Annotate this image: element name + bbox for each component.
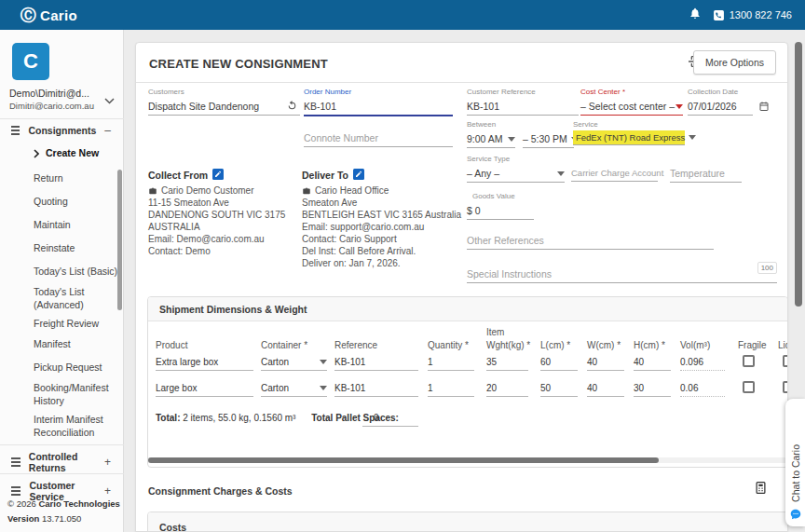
service-type-field[interactable]: Service Type – Any – — [467, 155, 565, 183]
cario-brand: Ⓒ Cario — [20, 5, 77, 26]
carrier-charge-account-input[interactable]: Carrier Charge Account — [571, 168, 658, 178]
more-options-button[interactable]: More Options — [693, 50, 776, 75]
user-menu-chevron-down-icon[interactable] — [104, 91, 115, 108]
table-horizontal-scrollbar[interactable] — [148, 457, 787, 463]
collection-date-field[interactable]: Collection Date 07/01/2026 — [688, 88, 753, 116]
width-input[interactable]: 40 — [587, 357, 624, 371]
order-number-input[interactable]: KB-101 — [304, 101, 453, 112]
special-instructions-field[interactable]: Special Instructions 100 — [467, 266, 777, 283]
collect-from-line: DANDENONG SOUTH VIC 3175 — [148, 209, 299, 221]
sidebar-item-todays-list-advanced[interactable]: Today's List (Advanced) — [34, 286, 119, 311]
quantity-input[interactable]: 1 — [428, 357, 474, 371]
reference-input[interactable]: KB-101 — [334, 383, 418, 397]
connote-number-field[interactable]: Connote Number — [304, 123, 453, 147]
page-scrollbar[interactable] — [795, 42, 802, 307]
fragile-checkbox[interactable] — [743, 355, 755, 367]
chat-tab[interactable]: Chat to Cario — [785, 399, 805, 526]
customers-input[interactable]: Dispatch Site Dandenong — [148, 101, 300, 112]
sidebar-item-quoting[interactable]: Quoting — [34, 196, 119, 209]
dropdown-arrow-icon — [675, 104, 683, 109]
undo-icon[interactable] — [286, 99, 298, 116]
collect-from-name: Cario Demo Customer — [161, 184, 253, 197]
sidebar-item-freight-review[interactable]: Freight Review — [34, 318, 119, 331]
connote-number-input[interactable]: Connote Number — [304, 132, 453, 143]
sidebar-item-manifest[interactable]: Manifest — [34, 338, 119, 351]
service-select[interactable]: FedEx (TNT) Road Express — [573, 130, 685, 145]
version-line: Version 13.71.050 — [7, 513, 81, 524]
edit-collect-from-icon[interactable] — [212, 169, 224, 182]
calculator-icon[interactable] — [754, 481, 768, 498]
pallet-spaces-input[interactable]: 0 — [362, 413, 418, 427]
customers-label: Customers — [148, 88, 300, 98]
liquid-checkbox[interactable] — [783, 355, 788, 367]
expand-icon[interactable]: + — [104, 484, 118, 498]
copyright-line: © 2026 Cario Technologies — [7, 498, 120, 509]
sidebar-item-create-new[interactable]: Create New — [34, 147, 119, 160]
between-from-select[interactable]: 9:00 AM — [467, 130, 515, 148]
sidebar-section-controlled-returns[interactable]: Controlled Returns + — [11, 451, 118, 473]
service-label: Service — [573, 120, 685, 130]
notifications-bell-icon[interactable] — [689, 7, 702, 23]
collapse-icon[interactable]: – — [104, 124, 118, 137]
costs-panel-title: Costs — [159, 522, 186, 532]
width-input[interactable]: 40 — [587, 383, 624, 397]
length-input[interactable]: 60 — [540, 357, 578, 371]
temperature-input[interactable]: Temperature — [670, 168, 742, 179]
support-phone[interactable]: 1300 822 746 — [713, 9, 792, 21]
sidebar-item-interim-manifest-reconciliation[interactable]: Interim Manifest Reconciliation — [34, 414, 119, 439]
cost-center-field[interactable]: Cost Center * – Select cost center – — [580, 88, 683, 116]
container-select[interactable]: Carton — [261, 357, 327, 371]
length-input[interactable]: 50 — [540, 383, 578, 397]
card-header: CREATE NEW CONSIGNMENT More Options — [136, 43, 787, 83]
product-input[interactable]: Large box — [156, 383, 253, 397]
costs-panel-header[interactable]: Costs — [148, 512, 787, 532]
shipment-panel-header[interactable]: Shipment Dimensions & Weight — [148, 297, 787, 321]
cost-center-select[interactable]: – Select cost center – — [580, 101, 683, 112]
quantity-input[interactable]: 1 — [428, 383, 474, 397]
other-references-input[interactable]: Other References — [467, 235, 714, 246]
brand-name: Cario — [40, 7, 77, 23]
sidebar-item-return[interactable]: Return — [34, 172, 119, 185]
calendar-icon[interactable] — [758, 99, 770, 116]
sidebar-item-reinstate[interactable]: Reinstate — [34, 242, 119, 255]
sidebar-item-maintain[interactable]: Maintain — [34, 219, 119, 232]
expand-icon[interactable]: + — [104, 456, 118, 469]
product-input[interactable]: Extra large box — [156, 357, 253, 371]
temperature-field[interactable]: Temperature — [670, 155, 742, 183]
sidebar-scrollbar[interactable] — [117, 170, 122, 310]
edit-deliver-to-icon[interactable] — [353, 169, 364, 182]
special-instructions-input[interactable]: Special Instructions — [467, 268, 777, 280]
cario-sidebar-logo-icon: C — [12, 43, 49, 80]
customers-field[interactable]: Customers Dispatch Site Dandenong — [148, 88, 300, 116]
weight-input[interactable]: 35 — [486, 357, 528, 371]
fragile-checkbox[interactable] — [743, 381, 755, 393]
customer-reference-field[interactable]: Customer Reference KB-101 — [467, 88, 579, 116]
order-number-field[interactable]: Order Number KB-101 — [304, 88, 453, 116]
sidebar-item-todays-list-basic[interactable]: Today's List (Basic) — [34, 266, 119, 279]
height-input[interactable]: 40 — [634, 357, 671, 371]
goods-value-input[interactable]: $ 0 — [467, 205, 534, 216]
reference-input[interactable]: KB-101 — [334, 357, 418, 371]
goods-value-label: Goods Value — [467, 192, 534, 202]
customer-reference-input[interactable]: KB-101 — [467, 101, 579, 112]
volume-value: 0.06 — [680, 383, 725, 397]
deliver-to-name: Cario Head Office — [315, 184, 389, 197]
chat-bubble-icon — [789, 508, 802, 521]
service-type-select[interactable]: – Any – — [467, 168, 565, 179]
carrier-charge-account-field[interactable]: Carrier Charge Account — [571, 155, 658, 182]
other-references-field[interactable]: Other References — [467, 232, 714, 250]
liquid-checkbox[interactable] — [783, 381, 788, 393]
sidebar-item-booking-manifest-history[interactable]: Booking/Manifest History — [34, 382, 119, 407]
between-to-select[interactable]: – 5:30 PM — [523, 130, 574, 148]
scrollbar-thumb[interactable] — [148, 457, 659, 463]
col-item: Item — [486, 327, 504, 337]
container-select[interactable]: Carton — [261, 383, 327, 397]
sidebar-section-consignments[interactable]: Consignments – — [11, 124, 118, 137]
weight-input[interactable]: 20 — [486, 383, 528, 397]
collection-date-input[interactable]: 07/01/2026 — [688, 101, 753, 112]
chevron-right-icon — [34, 149, 39, 158]
sidebar-item-pickup-request[interactable]: Pickup Request — [34, 361, 119, 375]
goods-value-field[interactable]: Goods Value $ 0 — [467, 192, 534, 220]
dropdown-arrow-icon — [320, 386, 327, 390]
height-input[interactable]: 30 — [634, 383, 671, 397]
